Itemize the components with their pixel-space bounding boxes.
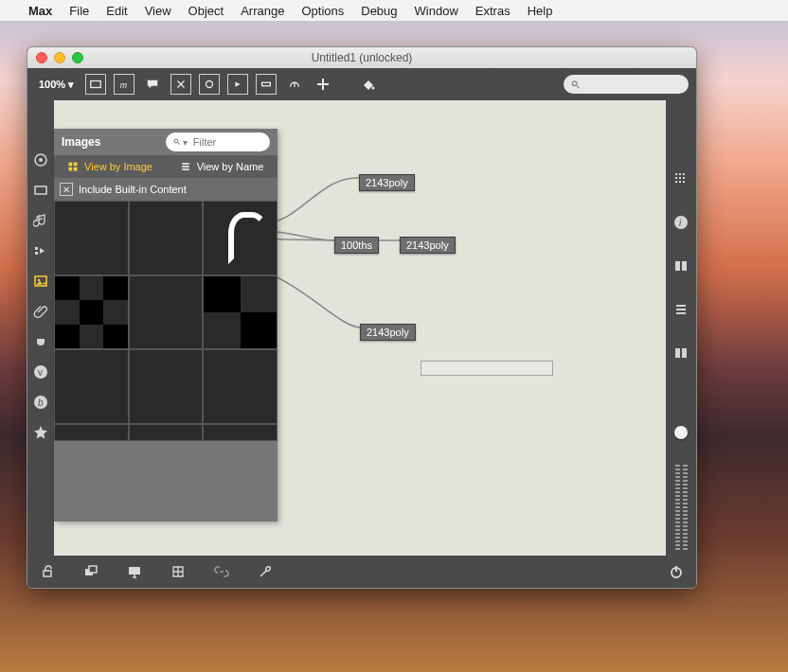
include-builtin-checkbox[interactable]: ✕ (60, 183, 73, 196)
menu-extras[interactable]: Extras (475, 4, 510, 18)
grid-icon (67, 161, 79, 172)
right-grid-icon[interactable] (672, 170, 690, 187)
right-book-icon[interactable] (672, 345, 690, 362)
wrench-icon[interactable] (257, 563, 274, 580)
sidebar-audio-icon[interactable] (32, 212, 49, 229)
image-thumb[interactable] (54, 275, 129, 350)
new-comment-button[interactable] (142, 74, 163, 95)
include-builtin-label: Include Built-in Content (79, 184, 187, 195)
sidebar-panel-icon[interactable] (32, 182, 49, 199)
menu-file[interactable]: File (69, 4, 89, 18)
lock-icon[interactable] (39, 563, 56, 580)
object-box[interactable]: 100ths (334, 237, 379, 254)
image-thumb[interactable] (203, 349, 278, 424)
mac-menubar: Max File Edit View Object Arrange Option… (0, 0, 788, 21)
new-message-button[interactable]: m (114, 74, 134, 95)
sidebar-star-icon[interactable] (32, 424, 49, 441)
add-object-button[interactable] (313, 74, 333, 95)
new-number-button[interactable] (227, 74, 248, 95)
top-toolbar: 100% ▾ m (27, 68, 696, 100)
svg-rect-17 (675, 173, 677, 175)
zoom-level-dropdown[interactable]: 100% ▾ (35, 77, 78, 93)
svg-point-2 (206, 81, 213, 88)
image-thumb[interactable] (129, 349, 204, 424)
sidebar-target-icon[interactable] (32, 151, 49, 168)
paint-bucket-icon[interactable] (358, 74, 379, 95)
new-dial-button[interactable] (284, 74, 305, 95)
new-bang-button[interactable] (199, 74, 220, 95)
menu-debug[interactable]: Debug (361, 4, 397, 18)
traffic-minimize-button[interactable] (54, 52, 65, 63)
svg-rect-3 (262, 82, 271, 86)
new-flonum-button[interactable] (256, 74, 277, 95)
sidebar-images-icon[interactable] (32, 273, 49, 290)
search-icon (571, 80, 581, 90)
svg-text:v: v (38, 367, 43, 378)
svg-rect-8 (35, 186, 46, 194)
traffic-zoom-button[interactable] (72, 52, 83, 63)
left-sidebar: v b (27, 100, 54, 556)
sidebar-video-icon[interactable] (32, 242, 49, 259)
image-thumb[interactable] (129, 275, 204, 350)
svg-rect-33 (69, 168, 73, 171)
grid-toggle-icon[interactable] (170, 563, 187, 580)
image-thumb[interactable] (203, 424, 278, 441)
svg-rect-34 (74, 168, 78, 171)
link-add-icon[interactable] (213, 563, 230, 580)
object-box[interactable]: 2143poly (360, 324, 416, 341)
svg-point-4 (372, 87, 375, 90)
images-panel: Images ▾ View by Image View by Name (54, 129, 278, 522)
menu-help[interactable]: Help (528, 4, 553, 18)
new-object-button[interactable] (85, 74, 106, 95)
sidebar-v-icon[interactable]: v (32, 363, 49, 380)
toolbar-search[interactable] (564, 75, 689, 94)
svg-rect-29 (682, 261, 687, 271)
menu-edit[interactable]: Edit (106, 4, 127, 18)
object-box[interactable]: 2143poly (359, 174, 415, 191)
window-titlebar: Untitled1 (unlocked) (27, 47, 696, 68)
panel-filter-input[interactable] (193, 136, 262, 148)
tab-view-by-name[interactable]: View by Name (166, 161, 278, 172)
patcher-canvas[interactable]: 2143poly 100ths 2143poly 2143poly Images… (54, 100, 666, 556)
app-menu[interactable]: Max (28, 4, 52, 18)
panel-filter[interactable]: ▾ (166, 133, 270, 151)
menu-object[interactable]: Object (188, 4, 224, 18)
image-thumb[interactable] (129, 424, 204, 441)
menu-window[interactable]: Window (415, 4, 458, 18)
svg-rect-35 (44, 571, 51, 576)
tab-view-by-image[interactable]: View by Image (54, 161, 166, 172)
toolbar-search-input[interactable] (584, 79, 681, 90)
svg-rect-20 (675, 177, 677, 179)
window-title: Untitled1 (unlocked) (312, 51, 413, 64)
right-gain-knob[interactable] (674, 426, 688, 439)
right-list-icon[interactable] (672, 301, 690, 318)
image-thumb[interactable] (54, 424, 129, 441)
presentation-icon[interactable] (126, 563, 143, 580)
traffic-close-button[interactable] (36, 52, 47, 63)
svg-rect-9 (35, 247, 38, 250)
image-thumb[interactable] (203, 275, 278, 350)
power-icon[interactable] (668, 563, 685, 580)
svg-rect-28 (675, 261, 680, 271)
patcher-windows-icon[interactable] (82, 563, 99, 580)
empty-object-box[interactable] (421, 361, 553, 376)
tab-label: View by Name (197, 161, 264, 172)
svg-rect-10 (35, 252, 38, 255)
menu-options[interactable]: Options (301, 4, 344, 18)
new-toggle-button[interactable] (170, 74, 191, 95)
svg-rect-19 (683, 173, 685, 175)
svg-rect-18 (679, 173, 681, 175)
object-box[interactable]: 2143poly (400, 237, 456, 254)
image-thumb[interactable] (54, 201, 129, 275)
image-thumb[interactable] (129, 201, 204, 275)
image-thumb[interactable] (203, 201, 278, 275)
right-info-icon[interactable]: i (672, 214, 690, 231)
sidebar-clip-icon[interactable] (32, 303, 49, 320)
menu-view[interactable]: View (145, 4, 171, 18)
sidebar-plug-icon[interactable] (32, 333, 49, 350)
right-columns-icon[interactable] (672, 257, 690, 274)
image-thumb[interactable] (54, 349, 129, 424)
menu-arrange[interactable]: Arrange (241, 4, 284, 18)
sidebar-b-icon[interactable]: b (32, 394, 49, 411)
bottom-toolbar (27, 556, 696, 588)
